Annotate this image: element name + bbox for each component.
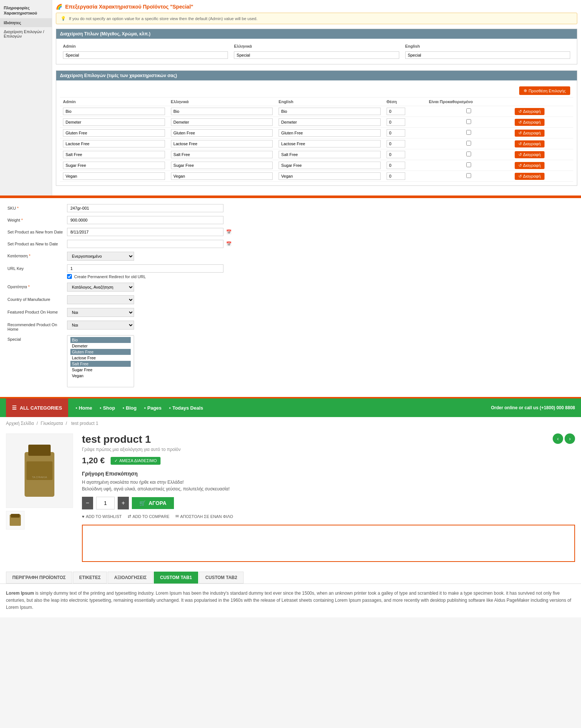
weight-input[interactable] bbox=[67, 216, 223, 224]
country-label: Country of Manufacture bbox=[7, 295, 67, 302]
opt-default-2[interactable] bbox=[466, 130, 471, 135]
opt-pos-1[interactable] bbox=[387, 118, 405, 126]
country-select[interactable] bbox=[67, 295, 134, 304]
sidebar-item-idiotites[interactable]: Ιδιότητες bbox=[0, 18, 52, 27]
option-row: ↺ Διαγραφή bbox=[60, 149, 573, 160]
opt-admin-6[interactable] bbox=[63, 172, 165, 180]
special-label: Special bbox=[7, 335, 67, 341]
breadcrumb-home[interactable]: Αρχική Σελίδα bbox=[6, 421, 34, 426]
calendar-icon[interactable]: 📅 bbox=[226, 229, 232, 235]
opt-default-0[interactable] bbox=[466, 108, 471, 113]
opt-el-5[interactable] bbox=[171, 162, 273, 169]
opt-en-1[interactable] bbox=[279, 118, 381, 126]
opt-el-2[interactable] bbox=[171, 129, 273, 137]
delete-button-2[interactable]: ↺ Διαγραφή bbox=[515, 130, 545, 137]
title-admin-input[interactable] bbox=[63, 51, 228, 59]
svg-rect-1 bbox=[28, 445, 51, 456]
opt-admin-3[interactable] bbox=[63, 140, 165, 147]
product-main-image: ΤΑ ΣΦΑΚΙΑ bbox=[6, 433, 73, 508]
opt-admin-2[interactable] bbox=[63, 129, 165, 137]
title-en-input[interactable] bbox=[405, 51, 570, 59]
prev-product-button[interactable]: ‹ bbox=[553, 433, 563, 444]
opt-default-1[interactable] bbox=[466, 119, 471, 124]
all-categories-button[interactable]: ☰ ALL CATEGORIES bbox=[6, 398, 68, 417]
opt-pos-4[interactable] bbox=[387, 151, 405, 158]
opt-admin-4[interactable] bbox=[63, 151, 165, 158]
breadcrumb-category[interactable]: Γλυκίσματα bbox=[41, 421, 63, 426]
product-thumbnail[interactable] bbox=[6, 511, 25, 530]
opt-el-3[interactable] bbox=[171, 140, 273, 147]
hamburger-icon: ☰ bbox=[12, 405, 17, 411]
option-row: ↺ Διαγραφή bbox=[60, 128, 573, 139]
tab-description[interactable]: ΠΕΡΙΓΡΑΦΗ ΠΡΟΪΟΝΤΟΣ bbox=[6, 572, 72, 584]
send-link[interactable]: ✉ ΑΠΟΣΤΟΛΗ ΣΕ ΕΝΑΝ ΦΙΛΟ bbox=[175, 514, 233, 519]
product-images: ΤΑ ΣΦΑΚΙΑ bbox=[6, 433, 73, 568]
opt-pos-2[interactable] bbox=[387, 129, 405, 137]
delete-button-3[interactable]: ↺ Διαγραφή bbox=[515, 140, 545, 147]
nav-shop[interactable]: ● Shop bbox=[100, 405, 115, 411]
qty-plus-button[interactable]: + bbox=[118, 497, 129, 509]
opt-el-4[interactable] bbox=[171, 151, 273, 158]
opt-pos-5[interactable] bbox=[387, 162, 405, 169]
nav-blog[interactable]: ● Blog bbox=[123, 405, 137, 411]
quick-overview-title: Γρήγορη Επισκόπηση bbox=[82, 471, 575, 477]
refresh-icon: ↺ bbox=[518, 109, 522, 114]
opt-pos-0[interactable] bbox=[387, 108, 405, 115]
opt-el-1[interactable] bbox=[171, 118, 273, 126]
nav-deals[interactable]: ● Todays Deals bbox=[169, 405, 203, 411]
opt-admin-0[interactable] bbox=[63, 108, 165, 115]
opt-default-4[interactable] bbox=[466, 152, 471, 156]
redirect-checkbox[interactable] bbox=[67, 274, 72, 279]
qty-minus-button[interactable]: − bbox=[82, 497, 93, 509]
buy-button[interactable]: 🛒 ΑΓΟΡΑ bbox=[132, 497, 174, 509]
status-select[interactable]: Ενεργοποιημένο Απενεργοποιημένο bbox=[67, 252, 134, 261]
title-el-input[interactable] bbox=[234, 51, 399, 59]
nav-home[interactable]: ● Home bbox=[76, 405, 92, 411]
new-from-input[interactable] bbox=[67, 228, 223, 236]
opt-en-6[interactable] bbox=[279, 172, 381, 180]
compare-link[interactable]: ⇄ ADD TO COMPARE bbox=[128, 514, 169, 519]
featured-select[interactable]: Ναι Όχι bbox=[67, 308, 134, 317]
new-to-input[interactable] bbox=[67, 240, 223, 248]
status-label: Κατάσταση * bbox=[7, 252, 67, 258]
opt-admin-1[interactable] bbox=[63, 118, 165, 126]
next-product-button[interactable]: › bbox=[565, 433, 575, 444]
tab-etiketes[interactable]: ΕΤΙΚΕΤΕΣ bbox=[73, 572, 107, 584]
delete-button-4[interactable]: ↺ Διαγραφή bbox=[515, 151, 545, 158]
calendar-icon-2[interactable]: 📅 bbox=[226, 241, 232, 247]
nav-pages[interactable]: ● Pages bbox=[144, 405, 162, 411]
opt-default-3[interactable] bbox=[466, 141, 471, 146]
sku-input[interactable] bbox=[67, 204, 223, 212]
opt-en-0[interactable] bbox=[279, 108, 381, 115]
url-key-input[interactable] bbox=[67, 264, 223, 273]
opt-admin-5[interactable] bbox=[63, 162, 165, 169]
wishlist-link[interactable]: ♥ ADD TO WISHLIST bbox=[82, 514, 122, 519]
opt-el-0[interactable] bbox=[171, 108, 273, 115]
delete-button-6[interactable]: ↺ Διαγραφή bbox=[515, 173, 545, 180]
opt-el-6[interactable] bbox=[171, 172, 273, 180]
opt-en-2[interactable] bbox=[279, 129, 381, 137]
option-row: ↺ Διαγραφή bbox=[60, 171, 573, 182]
opt-default-5[interactable] bbox=[466, 162, 471, 167]
tab-reviews[interactable]: ΑΞΙΟΛΟΓΗΣΕΙΣ bbox=[108, 572, 153, 584]
add-option-button[interactable]: ⊕ Προσθέση Επιλογής bbox=[519, 86, 570, 95]
opt-en-5[interactable] bbox=[279, 162, 381, 169]
visibility-select[interactable]: Κατάλογος, Αναζήτηση Κατάλογος Αναζήτηση… bbox=[67, 283, 134, 292]
delete-button-0[interactable]: ↺ Διαγραφή bbox=[515, 108, 545, 115]
opt-en-3[interactable] bbox=[279, 140, 381, 147]
sidebar-item-diaxeirisi[interactable]: Διαχείριση Επιλογών / Επιλογών bbox=[0, 27, 52, 41]
tab-custom2[interactable]: CUSTOM TAB2 bbox=[199, 572, 244, 584]
opt-default-6[interactable] bbox=[466, 173, 471, 178]
opt-pos-3[interactable] bbox=[387, 140, 405, 147]
refresh-icon: ↺ bbox=[518, 131, 522, 136]
storefront: ☰ ALL CATEGORIES ● Home ● Shop ● Blog ● … bbox=[0, 398, 581, 617]
special-select[interactable]: Bio Demeter Gluten Free Lactose Free Sal… bbox=[67, 335, 134, 387]
delete-button-1[interactable]: ↺ Διαγραφή bbox=[515, 119, 545, 126]
qty-input[interactable] bbox=[96, 497, 115, 509]
opt-pos-6[interactable] bbox=[387, 172, 405, 180]
opt-en-4[interactable] bbox=[279, 151, 381, 158]
recommended-select[interactable]: Ναι Όχι bbox=[67, 321, 134, 330]
refresh-icon: ↺ bbox=[518, 163, 522, 168]
tab-custom1[interactable]: CUSTOM TAB1 bbox=[154, 572, 199, 584]
delete-button-5[interactable]: ↺ Διαγραφή bbox=[515, 162, 545, 169]
